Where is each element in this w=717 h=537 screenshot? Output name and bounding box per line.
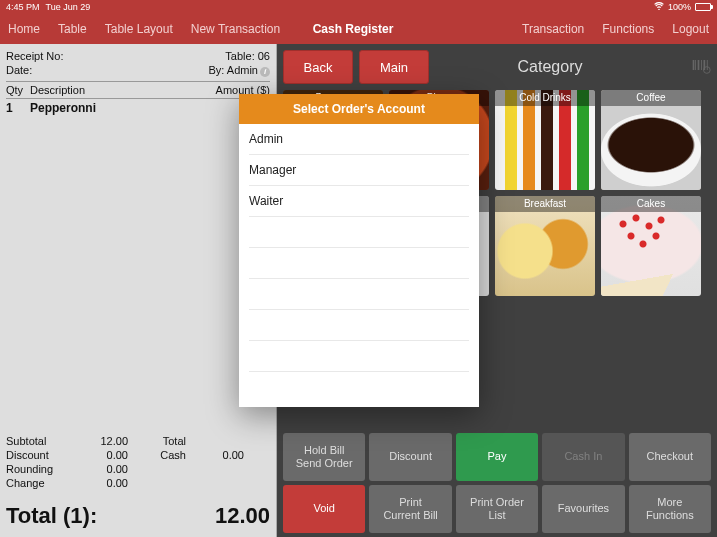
list-item	[249, 279, 469, 310]
account-option-waiter[interactable]: Waiter	[249, 186, 469, 217]
receipt-lines: 1 Pepperonni 12.00	[6, 99, 270, 435]
svg-rect-2	[698, 60, 700, 70]
sum-cash-l: Cash	[128, 449, 186, 461]
checkout-button[interactable]: Checkout	[629, 433, 711, 481]
category-label: Breakfast	[495, 196, 595, 212]
status-bar: 4:45 PM Tue Jun 29 100%	[0, 0, 717, 14]
sum-discount-v: 0.00	[70, 449, 128, 461]
receipt-date-label: Date:	[6, 64, 32, 77]
sum-subtotal-v: 12.00	[70, 435, 128, 447]
head-qty: Qty	[6, 84, 30, 96]
nav-transaction[interactable]: Transaction	[522, 22, 584, 36]
barcode-icon[interactable]	[691, 55, 711, 79]
svg-rect-0	[693, 60, 695, 70]
category-breakfast[interactable]: Breakfast	[495, 196, 595, 296]
modal-title: Select Order's Account	[239, 94, 479, 124]
favourites-button[interactable]: Favourites	[542, 485, 624, 533]
sum-total-l: Total	[128, 435, 186, 447]
line-qty: 1	[6, 101, 30, 115]
info-icon[interactable]: i	[260, 67, 270, 77]
sum-change-l: Change	[6, 477, 70, 489]
receipt-by: By: Admini	[208, 64, 270, 77]
back-button[interactable]: Back	[283, 50, 353, 84]
sum-rounding-v: 0.00	[70, 463, 128, 475]
list-item	[249, 310, 469, 341]
cash-in-button[interactable]: Cash In	[542, 433, 624, 481]
receipt-total: Total (1): 12.00	[6, 497, 270, 537]
line-desc: Pepperonni	[30, 101, 196, 115]
receipt-line[interactable]: 1 Pepperonni 12.00	[6, 99, 270, 117]
list-item	[249, 248, 469, 279]
account-option-admin[interactable]: Admin	[249, 124, 469, 155]
receipt-table: Table: 06	[225, 50, 270, 62]
category-label: Coffee	[601, 90, 701, 106]
nav-functions[interactable]: Functions	[602, 22, 654, 36]
sum-discount-l: Discount	[6, 449, 70, 461]
status-date: Tue Jun 29	[46, 2, 91, 12]
print-current-bill-button[interactable]: PrintCurrent Bill	[369, 485, 451, 533]
category-label: Cold Drinks	[495, 90, 595, 106]
receipt-header: Qty Description Amount ($)	[6, 81, 270, 99]
modal-option-list: Admin Manager Waiter	[239, 124, 479, 407]
status-battery-pct: 100%	[668, 2, 691, 12]
category-cakes[interactable]: Cakes	[601, 196, 701, 296]
wifi-icon	[654, 2, 664, 12]
sum-rounding-l: Rounding	[6, 463, 70, 475]
nav-logout[interactable]: Logout	[672, 22, 709, 36]
account-option-manager[interactable]: Manager	[249, 155, 469, 186]
category-title: Category	[415, 58, 685, 76]
print-order-list-button[interactable]: Print OrderList	[456, 485, 538, 533]
more-functions-button[interactable]: MoreFunctions	[629, 485, 711, 533]
total-label: Total (1):	[6, 503, 97, 529]
category-cold-drinks[interactable]: Cold Drinks	[495, 90, 595, 190]
sum-total-v	[186, 435, 244, 447]
status-time: 4:45 PM	[6, 2, 40, 12]
discount-button[interactable]: Discount	[369, 433, 451, 481]
receipt-by-text: By: Admin	[208, 64, 258, 76]
svg-rect-1	[695, 60, 696, 70]
nav-table[interactable]: Table	[58, 22, 87, 36]
receipt-no-label: Receipt No:	[6, 50, 63, 62]
head-desc: Description	[30, 84, 196, 96]
total-value: 12.00	[215, 503, 270, 529]
sum-subtotal-l: Subtotal	[6, 435, 70, 447]
svg-rect-3	[701, 60, 702, 70]
list-item	[249, 341, 469, 372]
top-nav: Home Table Table Layout New Transaction …	[0, 14, 717, 44]
nav-title: Cash Register	[308, 22, 398, 36]
battery-icon	[695, 3, 711, 11]
void-button[interactable]: Void	[283, 485, 365, 533]
sum-change-v: 0.00	[70, 477, 128, 489]
svg-rect-5	[707, 60, 708, 70]
receipt-summary: Subtotal 12.00 Total Discount 0.00 Cash …	[6, 435, 270, 489]
nav-table-layout[interactable]: Table Layout	[105, 22, 173, 36]
nav-home[interactable]: Home	[8, 22, 40, 36]
receipt-panel: Receipt No: Table: 06 Date: By: Admini Q…	[0, 44, 277, 537]
category-coffee[interactable]: Coffee	[601, 90, 701, 190]
nav-new-transaction[interactable]: New Transaction	[191, 22, 280, 36]
sum-cash-v: 0.00	[186, 449, 244, 461]
list-item	[249, 217, 469, 248]
function-buttons: Hold BillSend Order Discount Pay Cash In…	[283, 433, 711, 533]
select-account-modal: Select Order's Account Admin Manager Wai…	[239, 94, 479, 407]
category-label: Cakes	[601, 196, 701, 212]
pay-button[interactable]: Pay	[456, 433, 538, 481]
hold-bill-button[interactable]: Hold BillSend Order	[283, 433, 365, 481]
